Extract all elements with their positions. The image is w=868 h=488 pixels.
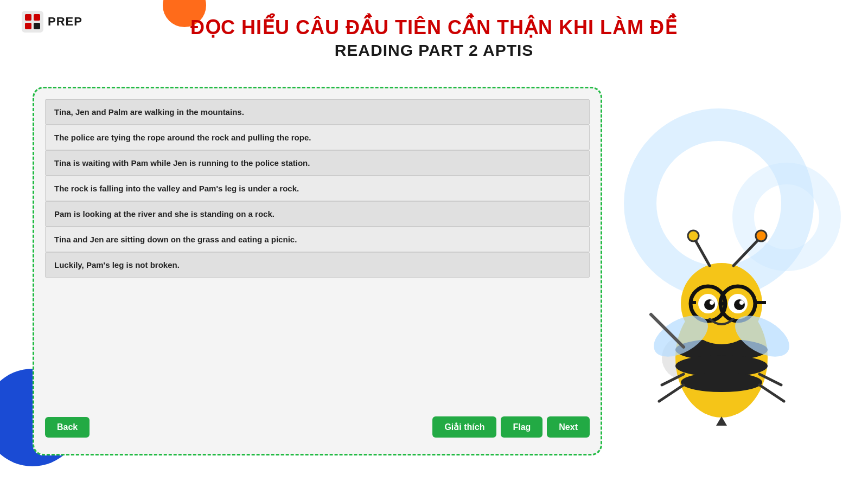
next-button[interactable]: Next xyxy=(547,416,590,438)
title-section: ĐỌC HIỂU CÂU ĐẦU TIÊN CẦN THẬN KHI LÀM Đ… xyxy=(0,16,868,60)
prep-logo-icon xyxy=(22,11,43,33)
svg-marker-28 xyxy=(716,416,727,426)
svg-point-17 xyxy=(704,299,715,310)
sentence-row: The rock is falling into the valley and … xyxy=(45,176,590,201)
sentence-row: Tina, Jen and Palm are walking in the mo… xyxy=(45,99,590,125)
card-bottom: Back Giải thích Flag Next xyxy=(45,378,590,443)
svg-point-22 xyxy=(688,230,699,241)
sentences-container: Tina, Jen and Palm are walking in the mo… xyxy=(45,99,590,373)
bee-mascot xyxy=(629,217,814,445)
back-button[interactable]: Back xyxy=(45,417,90,438)
svg-point-8 xyxy=(681,373,762,392)
main-card: Tina, Jen and Palm are walking in the mo… xyxy=(33,87,602,455)
title-line2: READING PART 2 APTIS xyxy=(0,41,868,60)
svg-line-23 xyxy=(733,239,760,266)
svg-point-18 xyxy=(734,299,745,310)
svg-rect-13 xyxy=(755,301,766,304)
bee-svg xyxy=(629,217,814,445)
flag-button[interactable]: Flag xyxy=(501,416,542,438)
explain-button[interactable]: Giải thích xyxy=(432,416,496,438)
sentence-row: Pam is looking at the river and she is s… xyxy=(45,201,590,227)
action-buttons: Giải thích Flag Next xyxy=(432,416,590,438)
svg-rect-11 xyxy=(691,301,696,304)
title-line1: ĐỌC HIỂU CÂU ĐẦU TIÊN CẦN THẬN KHI LÀM Đ… xyxy=(0,16,868,39)
svg-rect-2 xyxy=(34,14,40,21)
header-logo: PREP xyxy=(22,11,82,33)
sentence-row: Luckily, Pam's leg is not broken. xyxy=(45,252,590,278)
svg-rect-3 xyxy=(25,23,31,29)
sentence-row: Tina is waiting with Pam while Jen is ru… xyxy=(45,150,590,176)
svg-point-20 xyxy=(739,300,744,305)
svg-rect-1 xyxy=(25,14,31,21)
svg-point-19 xyxy=(710,300,714,305)
svg-rect-0 xyxy=(22,11,43,33)
svg-point-24 xyxy=(756,230,767,241)
logo-text: PREP xyxy=(48,15,82,29)
svg-line-32 xyxy=(760,385,784,401)
svg-line-30 xyxy=(659,385,684,401)
sentence-row: Tina and Jen are sitting down on the gra… xyxy=(45,227,590,252)
svg-line-21 xyxy=(694,239,710,266)
sentence-row: The police are tying the rope around the… xyxy=(45,125,590,150)
svg-rect-4 xyxy=(34,23,40,29)
